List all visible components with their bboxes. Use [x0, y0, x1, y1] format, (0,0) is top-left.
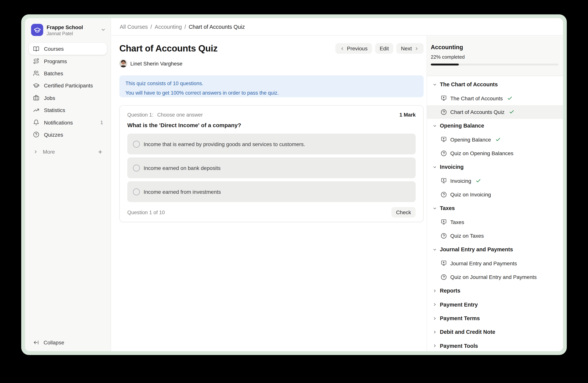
sidebar-item-label: Notifications	[44, 119, 73, 125]
outline-row[interactable]: The Chart of Accounts	[427, 91, 563, 105]
outline-row[interactable]: Opening Balance	[427, 133, 563, 147]
outline-row[interactable]: Debit and Credit Note	[427, 325, 563, 339]
sidebar-item-programs[interactable]: Programs	[29, 55, 107, 67]
chevron-right-icon	[432, 343, 437, 348]
outline-row-label: Payment Entry	[440, 302, 478, 307]
question-hint: Choose one answer	[157, 112, 203, 118]
outline-row[interactable]: Journal Entry and Payments	[427, 256, 563, 270]
sidebar-item-statistics[interactable]: Statistics	[29, 104, 107, 116]
sidebar-item-notifications[interactable]: Notifications 1	[29, 116, 107, 129]
chevron-right-icon	[432, 316, 437, 321]
sidebar-item-label: Statistics	[44, 107, 65, 113]
outline-row[interactable]: Quiz on Taxes	[427, 229, 563, 243]
outline-row[interactable]: Invoicing	[427, 160, 563, 174]
collapse-sidebar-button[interactable]: Collapse	[29, 336, 107, 349]
outline-row[interactable]: Reports	[427, 284, 563, 298]
chevron-down-icon	[432, 123, 437, 128]
edit-button[interactable]: Edit	[375, 43, 393, 54]
answer-option[interactable]: Income earned from investments	[127, 181, 416, 202]
course-title: Accounting	[431, 44, 558, 51]
sidebar-item-courses[interactable]: Courses	[29, 43, 107, 55]
sidebar-item-jobs[interactable]: Jobs	[29, 92, 107, 104]
chevron-down-icon	[432, 206, 437, 211]
breadcrumb-all-courses[interactable]: All Courses	[120, 24, 148, 30]
outline-row-label: The Chart of Accounts	[440, 81, 498, 87]
trending-up-icon	[33, 107, 39, 113]
radio-button-icon	[133, 164, 140, 171]
chevron-down-icon	[432, 247, 437, 252]
help-circle-icon	[441, 109, 447, 115]
outline-row[interactable]: Payment Entry	[427, 298, 563, 311]
breadcrumb-current: Chart of Accounts Quiz	[189, 24, 245, 30]
next-button[interactable]: Next	[396, 43, 423, 54]
banner-line-1: This quiz consists of 10 questions.	[126, 79, 418, 88]
outline-row-label: Quiz on Journal Entry and Payments	[450, 274, 537, 280]
app-frame: Frappe School Jannat Patel Courses Progr…	[21, 14, 567, 355]
outline-row-label: Invoicing	[440, 164, 464, 170]
sidebar-item-label: Jobs	[44, 95, 55, 101]
workspace-switcher[interactable]: Frappe School Jannat Patel	[31, 24, 106, 36]
users-icon	[33, 70, 39, 77]
outline-row[interactable]: Quiz on Opening Balances	[427, 146, 563, 160]
question-card: Question 1: Choose one answer 1 Mark Wha…	[119, 105, 423, 222]
check-button[interactable]: Check	[392, 207, 416, 218]
outline-row[interactable]: Quiz on Invoicing	[427, 188, 563, 202]
outline-row-label: Journal Entry and Payments	[450, 260, 517, 266]
answer-option[interactable]: Income earned on bank deposits	[127, 157, 416, 178]
outline-row[interactable]: Opening Balance	[427, 119, 563, 133]
sidebar-item-label: Programs	[44, 58, 67, 64]
check-icon	[476, 178, 481, 184]
course-outline-panel: Accounting 22% completed The Chart of Ac…	[427, 36, 563, 351]
chevron-down-icon	[432, 164, 437, 169]
sidebar-item-quizzes[interactable]: Quizzes	[29, 129, 107, 141]
answer-option-label: Income earned from investments	[144, 189, 221, 195]
brand-meta: Frappe School Jannat Patel	[47, 24, 83, 36]
outline-row[interactable]: The Chart of Accounts	[427, 77, 563, 91]
graduation-cap-icon	[33, 82, 39, 89]
outline-row-label: Taxes	[450, 219, 464, 225]
outline-row-label: Journal Entry and Payments	[440, 247, 513, 253]
chevron-right-icon	[432, 330, 437, 335]
sidebar-item-batches[interactable]: Batches	[29, 67, 107, 80]
outline-row[interactable]: Invoicing	[427, 174, 563, 188]
plus-icon[interactable]	[97, 149, 103, 155]
outline-row-label: Reports	[440, 288, 460, 294]
outline-row[interactable]: Chart of Accounts Quiz	[427, 105, 563, 119]
sidebar-item-more[interactable]: More	[29, 146, 107, 158]
help-circle-icon	[33, 132, 39, 138]
graduation-cap-logo-icon	[34, 26, 41, 34]
chevron-right-icon	[414, 46, 419, 51]
breadcrumb-accounting[interactable]: Accounting	[155, 24, 182, 30]
chevron-right-icon	[33, 149, 38, 154]
outline-row[interactable]: Payment Terms	[427, 311, 563, 325]
collapse-label: Collapse	[43, 340, 64, 345]
breadcrumb-separator: /	[185, 24, 186, 30]
outline-row-label: Opening Balance	[450, 136, 491, 142]
route-icon	[33, 58, 39, 64]
course-progress-label: 22% completed	[431, 54, 558, 60]
previous-button[interactable]: Previous	[335, 43, 372, 54]
outline-row-label: The Chart of Accounts	[450, 95, 503, 101]
monitor-play-icon	[441, 95, 447, 101]
course-outline-header: Accounting 22% completed	[427, 36, 563, 76]
course-outline-tree: The Chart of Accounts The Chart of Accou…	[427, 77, 563, 351]
outline-row[interactable]: Taxes	[427, 201, 563, 215]
author-name: Linet Sherin Varghese	[130, 60, 182, 66]
collapse-arrow-icon	[33, 340, 39, 345]
help-circle-icon	[441, 150, 447, 156]
outline-row[interactable]: Taxes	[427, 215, 563, 229]
check-button-label: Check	[396, 209, 411, 215]
outline-row[interactable]: Journal Entry and Payments	[427, 243, 563, 256]
outline-row[interactable]: Quiz on Journal Entry and Payments	[427, 270, 563, 284]
sidebar-item-certified-participants[interactable]: Certified Participants	[29, 79, 107, 92]
chevron-right-icon	[432, 302, 437, 307]
chevron-down-icon[interactable]	[100, 27, 106, 33]
progress-bar-fill	[431, 64, 459, 65]
outline-row[interactable]: Payment Tools	[427, 339, 563, 351]
sidebar-item-label: Certified Participants	[44, 83, 93, 89]
answer-option[interactable]: Income that is earned by providing goods…	[127, 134, 416, 154]
more-label: More	[43, 149, 55, 155]
check-icon	[495, 137, 501, 142]
outline-row-label: Taxes	[440, 205, 455, 211]
question-text: What is the 'Direct Income' of a company…	[127, 122, 416, 128]
